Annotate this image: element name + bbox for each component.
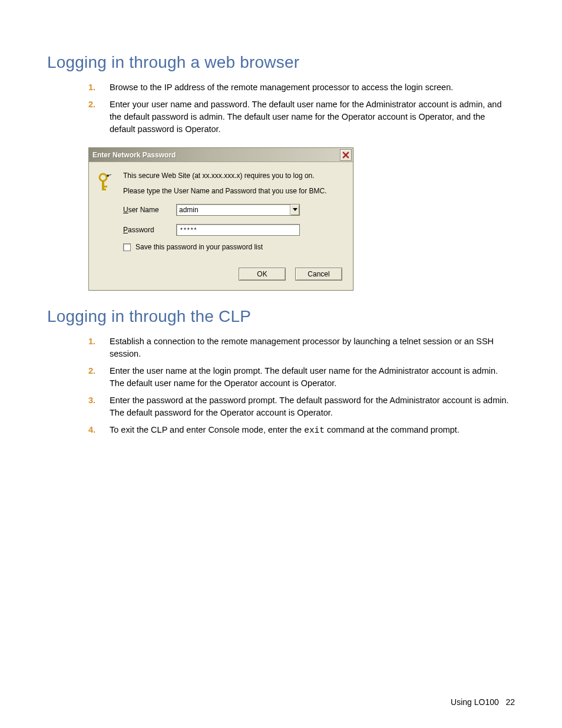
step-text: Enter the password at the password promp… bbox=[110, 396, 509, 417]
heading-clp: Logging in through the CLP bbox=[47, 307, 515, 326]
dialog-title: Enter Network Password bbox=[92, 151, 176, 159]
footer-label: Using LO100 bbox=[451, 697, 499, 707]
key-icon bbox=[98, 172, 115, 251]
close-button[interactable] bbox=[340, 149, 352, 161]
username-field[interactable] bbox=[176, 204, 300, 216]
step-text: Enter the user name at the login prompt.… bbox=[110, 366, 498, 388]
save-password-checkbox[interactable] bbox=[123, 243, 131, 251]
close-icon bbox=[342, 151, 349, 159]
username-input[interactable] bbox=[177, 205, 290, 215]
step-text: Browse to the IP address of the remote m… bbox=[110, 83, 453, 92]
svg-rect-4 bbox=[102, 186, 107, 187]
password-field[interactable] bbox=[176, 224, 300, 236]
network-password-dialog: Enter Network Password This secure Web S… bbox=[88, 147, 353, 291]
step-number: 2. bbox=[88, 365, 95, 377]
password-input[interactable] bbox=[177, 225, 299, 235]
steps-web-browser: 1. Browse to the IP address of the remot… bbox=[88, 81, 509, 136]
step-item: 1. Establish a connection to the remote … bbox=[88, 335, 509, 360]
svg-rect-3 bbox=[102, 180, 104, 190]
step-text: To exit the CLP and enter Console mode, … bbox=[110, 425, 459, 434]
step-number: 1. bbox=[88, 81, 95, 94]
ok-button[interactable]: OK bbox=[239, 268, 286, 281]
step-item: 4. To exit the CLP and enter Console mod… bbox=[88, 424, 509, 437]
step-number: 4. bbox=[88, 424, 95, 436]
chevron-down-icon bbox=[293, 208, 297, 212]
heading-web-browser: Logging in through a web browser bbox=[47, 53, 515, 72]
svg-point-2 bbox=[100, 174, 107, 181]
step-text: Establish a connection to the remote man… bbox=[110, 337, 494, 358]
dialog-line2: Please type the User Name and Password t… bbox=[123, 187, 343, 196]
step-item: 2. Enter the user name at the login prom… bbox=[88, 365, 509, 390]
steps-clp: 1. Establish a connection to the remote … bbox=[88, 335, 509, 437]
username-label: User Name bbox=[123, 206, 169, 214]
step-item: 3. Enter the password at the password pr… bbox=[88, 394, 509, 419]
step-item: 2. Enter your user name and password. Th… bbox=[88, 98, 509, 136]
page-footer: Using LO100 22 bbox=[451, 697, 515, 707]
step-number: 1. bbox=[88, 335, 95, 348]
save-password-label: Save this password in your password list bbox=[135, 243, 263, 251]
step-number: 2. bbox=[88, 98, 95, 111]
exit-command: exit bbox=[304, 426, 325, 435]
username-dropdown-button[interactable] bbox=[290, 205, 299, 215]
cancel-button[interactable]: Cancel bbox=[295, 268, 342, 281]
password-label: Password bbox=[123, 226, 169, 234]
svg-rect-5 bbox=[102, 189, 106, 190]
step-number: 3. bbox=[88, 394, 95, 407]
step-text: Enter your user name and password. The d… bbox=[110, 100, 501, 134]
step-item: 1. Browse to the IP address of the remot… bbox=[88, 81, 509, 94]
dialog-titlebar: Enter Network Password bbox=[89, 148, 353, 162]
dialog-line1: This secure Web Site (at xx.xxx.xxx.x) r… bbox=[123, 172, 343, 181]
page-number: 22 bbox=[505, 697, 515, 707]
